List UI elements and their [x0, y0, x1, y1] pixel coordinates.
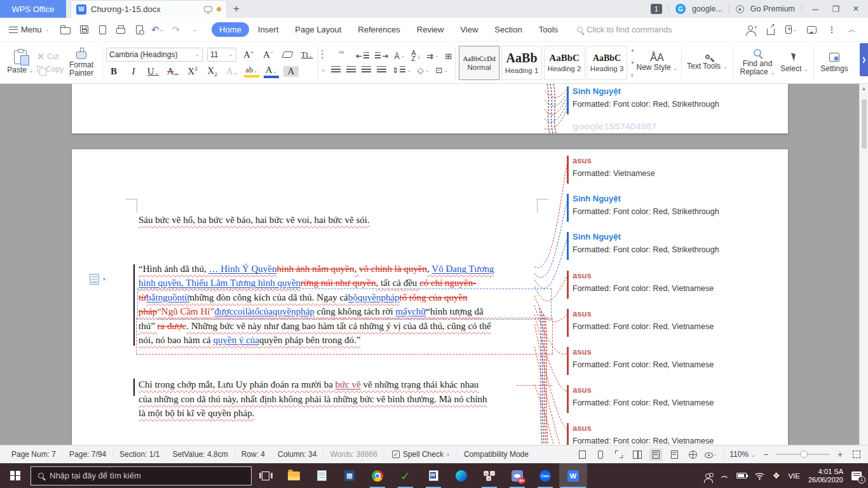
tab-page-layout[interactable]: Page Layout [287, 22, 349, 37]
styles-scroll-up[interactable]: ▲ [630, 48, 635, 52]
chrome-button[interactable] [363, 463, 391, 488]
sort-button[interactable]: AZ↓ [411, 50, 420, 62]
status-word-count[interactable]: Words: 38866 [323, 450, 384, 459]
align-left-button[interactable] [322, 69, 325, 72]
highlight-color-button[interactable]: ab⌄ [244, 65, 259, 78]
close-button[interactable]: × [849, 3, 863, 15]
styles-expand[interactable]: ⊽ [630, 73, 635, 78]
document-tab[interactable]: W Chương-1-15.docx [71, 0, 227, 18]
fullscreen-button[interactable] [613, 449, 625, 461]
account-name[interactable]: google... [692, 4, 722, 13]
document-area[interactable]: Sinh Nguyệt Formatted: Font color: Red, … [0, 84, 868, 445]
zalo-button[interactable]: Zalo [531, 463, 559, 488]
more-commands-button[interactable]: ⌄ [189, 24, 200, 36]
revision-comment[interactable]: Sinh Nguyệt Formatted: Font color: Red, … [573, 86, 789, 109]
restore-button[interactable]: ❐ [829, 4, 843, 14]
decrease-indent-button[interactable]: ⇤ [356, 51, 369, 60]
align-right-button[interactable] [346, 66, 356, 74]
clear-format-button[interactable] [281, 51, 294, 58]
subscript-button[interactable]: X2 [205, 65, 220, 78]
character-shading-button[interactable]: A [283, 66, 299, 77]
two-page-view-button[interactable] [631, 449, 644, 461]
format-change-margin-icon[interactable] [90, 274, 99, 285]
eye-protection-button[interactable]: ⌄ [705, 449, 717, 461]
document-page-7[interactable]: Sáu bức vẽ hổ, ba bức vẽ báo, hai bức vẽ… [72, 149, 788, 445]
revision-comment[interactable]: asus Formatted: Vietnamese [573, 156, 789, 178]
notification-center-icon[interactable]: 1 [851, 471, 862, 480]
paragraph-3[interactable]: Chỉ trong chớp mắt, Lưu Uy phán đoán ra … [139, 377, 548, 421]
line-spacing-button[interactable]: ⇕⌄ [392, 66, 412, 75]
collapse-ribbon-button[interactable]: ︿ [846, 24, 858, 36]
discord-button[interactable]: 9+ [503, 463, 531, 488]
borders-button[interactable]: ⊡⌄ [435, 65, 448, 75]
status-column[interactable]: Column: 34 [271, 450, 323, 459]
more-options-button[interactable]: ⋮ [826, 24, 837, 36]
new-style-button[interactable]: ÅA New Style ⌄ [636, 44, 678, 81]
minimize-button[interactable]: ─ [808, 4, 822, 14]
paste-button[interactable]: Paste ⌄ [4, 44, 37, 81]
revision-comment[interactable]: asus Formatted: Font color: Red, Vietnam… [573, 271, 789, 293]
zoom-level-dropdown[interactable]: 110% ⌄ [729, 450, 756, 459]
web-layout-button[interactable] [686, 449, 699, 461]
command-search-input[interactable]: Click to find commands [577, 25, 685, 34]
task-view-button[interactable] [252, 463, 280, 488]
wps-office-app-tab[interactable]: WPS Office [0, 0, 66, 18]
save-button[interactable] [78, 24, 90, 36]
calculator-button[interactable]: ▦ [336, 463, 363, 488]
style-heading2[interactable]: AaBbC Heading 2 [544, 46, 585, 80]
tab-insert[interactable]: Insert [250, 22, 287, 37]
open-file-button[interactable] [60, 24, 71, 36]
outline-view-button[interactable] [668, 449, 681, 461]
numbering-button[interactable] [339, 51, 350, 60]
taskbar-search-input[interactable]: Nhập tại đây để tìm kiếm [31, 466, 252, 485]
spell-check-button[interactable]: ✓ Spell Check › [384, 450, 458, 459]
revision-comment[interactable]: asus Formatted: Font color: Red, Vietnam… [573, 309, 789, 331]
output-pdf-button[interactable] [97, 24, 108, 36]
strikethrough-button[interactable]: A⌄ [165, 66, 180, 77]
zoom-slider-thumb[interactable] [800, 451, 808, 458]
character-effects-button[interactable]: A⌄ [224, 66, 240, 77]
system-clock[interactable]: 4:01 SA26/06/2020 [808, 468, 843, 484]
revision-comment[interactable]: asus Formatted: Font color: Red, Vietnam… [573, 423, 789, 445]
document-page-6[interactable]: Sinh Nguyệt Formatted: Font color: Red, … [72, 84, 788, 133]
undo-button[interactable]: ↶⌄ [152, 24, 163, 36]
account-avatar[interactable]: G [675, 4, 686, 14]
tab-review[interactable]: Review [409, 22, 452, 37]
start-button[interactable] [0, 463, 31, 488]
print-button[interactable] [115, 24, 126, 36]
redo-button[interactable]: ↷ [170, 24, 182, 36]
scrollbar-thumb[interactable] [862, 99, 867, 149]
increase-font-button[interactable]: A+ [241, 49, 256, 60]
superscript-button[interactable]: X2 [185, 65, 200, 77]
tab-section[interactable]: Section [487, 22, 529, 37]
revision-comment[interactable]: asus Formatted: Font color: Red, Vietnam… [573, 385, 789, 407]
font-color-button[interactable]: A⌄ [264, 65, 279, 78]
revision-comment[interactable]: asus Formatted: Font color: Red, Vietnam… [573, 347, 789, 369]
tab-view[interactable]: View [452, 22, 485, 37]
vertical-scrollbar[interactable]: ▲ [859, 84, 868, 445]
revision-comment[interactable]: Sinh Nguyệt Formatted: Font color: Red, … [573, 194, 789, 216]
italic-button[interactable]: I [126, 66, 141, 77]
scroll-up-arrow[interactable]: ▲ [860, 86, 868, 92]
wps-office-taskbar-button[interactable]: W [559, 463, 587, 488]
reading-view-button[interactable] [576, 449, 588, 461]
bold-button[interactable]: B [106, 66, 121, 77]
style-heading3[interactable]: AaBbC Heading 3 [587, 46, 627, 80]
hidden-icons-chevron[interactable]: ︿ [721, 471, 728, 480]
file-explorer-button[interactable] [280, 463, 308, 488]
paragraph-2[interactable]: “Hình ảnh dã thú, … Hình Ý Quyềnhình ảnh… [139, 262, 548, 347]
text-effects-button[interactable]: Tt⌄ [299, 50, 315, 60]
export-share-button[interactable] [765, 24, 776, 36]
copy-button[interactable]: Copy [37, 65, 64, 74]
new-tab-button[interactable]: + [227, 0, 246, 18]
wifi-icon[interactable] [755, 472, 764, 480]
status-page-num[interactable]: Page Num: 7 [5, 450, 63, 459]
unikey-button[interactable]: uin [475, 463, 503, 488]
shading-button[interactable]: ◇⌄ [417, 65, 430, 75]
fit-page-button[interactable] [850, 449, 863, 461]
text-direction-button[interactable]: Ä⌄ [394, 51, 405, 61]
justify-button[interactable] [362, 66, 371, 74]
zoom-in-button[interactable]: + [836, 449, 844, 459]
select-button[interactable]: Select ⌄ [778, 44, 810, 81]
underline-button[interactable]: U⌄ [146, 66, 161, 77]
